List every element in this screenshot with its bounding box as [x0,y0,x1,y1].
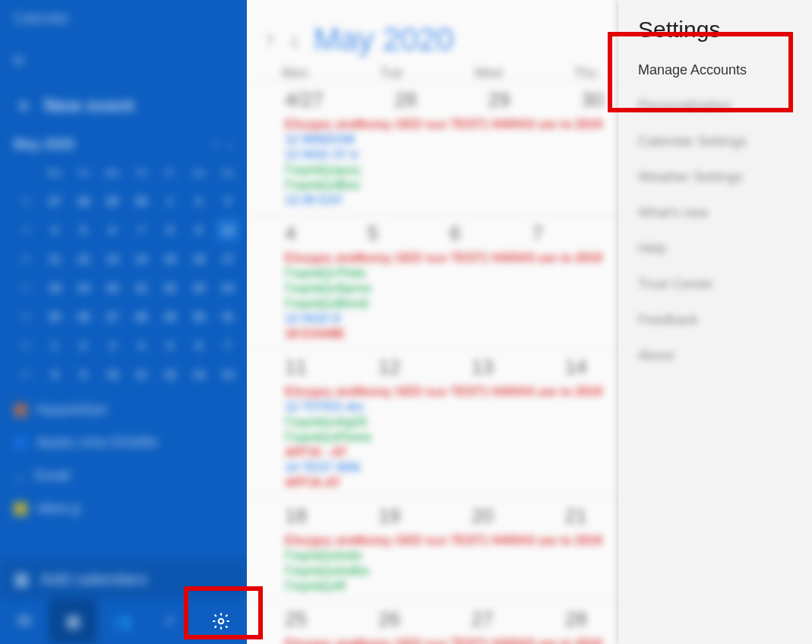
settings-flyout: Settings Manage Accounts Personalization… [618,0,812,644]
mini-calendar[interactable]: May 2020 ↑ ↓ MoTuWeThFrSaSu1827282930123… [0,137,247,387]
gmail-label: Gmail [34,468,70,484]
calendar-icon: ▦ [14,570,30,589]
mail-icon[interactable]: ✉ [0,598,49,644]
color-chip [14,436,27,450]
settings-item-feedback[interactable]: Feedback [638,302,792,338]
prev-month-icon[interactable]: ↑ [265,27,276,52]
app-root: Calendar ≡ ＋ New event May 2020 ↑ ↓ MoTu… [0,0,812,644]
calendar-label: Ημερολόγιο [36,402,107,418]
next-month-icon[interactable]: ↓ [289,27,300,52]
account-label: nikos.g [36,500,80,516]
settings-title: Settings [638,17,792,43]
settings-item-help[interactable]: Help [638,231,792,267]
sidebar: Calendar ≡ ＋ New event May 2020 ↑ ↓ MoTu… [0,0,247,644]
settings-gear-button[interactable] [194,598,247,644]
settings-item-manage-accounts[interactable]: Manage Accounts [638,59,792,88]
calendar-entry[interactable]: Αργίες στην Ελλάδα [14,434,233,450]
chevron-down-icon: ⌄ [14,467,25,484]
settings-item-calendar-settings[interactable]: Calendar Settings [638,124,792,159]
gear-icon [211,611,231,631]
sidebar-footer: ✉ ▦ 👥 ✓ [0,598,247,644]
new-event-button[interactable]: ＋ New event [0,84,247,137]
new-event-label: New event [44,95,134,116]
mini-cal-nav[interactable]: ↑ ↓ [212,137,233,153]
app-title: Calendar [0,0,247,37]
main-month-title: May 2020 [314,21,453,58]
color-chip [14,403,27,417]
settings-item-personalization[interactable]: Personalization [638,88,792,124]
hamburger-icon[interactable]: ≡ [0,37,247,84]
settings-item-about[interactable]: About [638,338,792,374]
calendar-icon[interactable]: ▦ [49,598,97,644]
svg-point-0 [218,619,223,624]
color-chip [14,502,27,516]
todo-icon[interactable]: ✓ [146,598,194,644]
calendar-label: Αργίες στην Ελλάδα [36,434,158,450]
mini-cal-month: May 2020 [14,137,74,153]
settings-item-whats-new[interactable]: What's new [638,195,792,231]
settings-item-trust-center[interactable]: Trust Center [638,267,792,302]
plus-icon: ＋ [14,92,33,118]
settings-item-weather-settings[interactable]: Weather Settings [638,159,792,195]
add-calendars-label: Add calendars [40,570,147,589]
account-entry[interactable]: nikos.g [14,500,233,516]
people-icon[interactable]: 👥 [97,598,146,644]
sidebar-calendar-list: Ημερολόγιο Αργίες στην Ελλάδα ⌄ Gmail ni… [0,387,247,532]
calendar-entry[interactable]: Ημερολόγιο [14,402,233,418]
gmail-section[interactable]: ⌄ Gmail [14,467,233,484]
add-calendars-button[interactable]: ▦ Add calendars [0,560,247,598]
